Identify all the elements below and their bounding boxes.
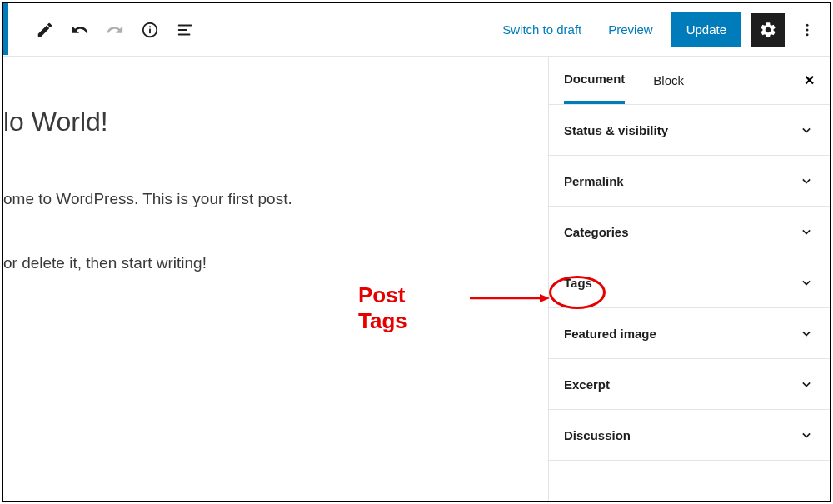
chevron-down-icon [798, 376, 815, 392]
panel-categories[interactable]: Categories [549, 207, 830, 257]
toolbar-left [13, 13, 202, 47]
sidebar-tabs: Document Block ✕ [549, 57, 830, 105]
toolbar: Switch to draft Preview Update [3, 3, 830, 57]
settings-icon[interactable] [751, 13, 785, 47]
panel-featured-image[interactable]: Featured image [549, 308, 830, 359]
content-area: lo World! ome to WordPress. This is your… [3, 57, 830, 501]
tab-document[interactable]: Document [564, 57, 625, 104]
chevron-down-icon [798, 122, 815, 138]
tab-block[interactable]: Block [653, 58, 684, 102]
preview-button[interactable]: Preview [600, 16, 661, 43]
outline-icon[interactable] [168, 13, 202, 47]
panel-title: Discussion [564, 428, 631, 442]
panel-title: Permalink [564, 174, 624, 188]
panel-title: Tags [564, 276, 592, 290]
update-button[interactable]: Update [671, 12, 741, 47]
editor[interactable]: lo World! ome to WordPress. This is your… [3, 57, 548, 501]
panel-title: Featured image [564, 327, 656, 341]
chevron-down-icon [798, 274, 815, 291]
chevron-down-icon [798, 223, 815, 240]
chevron-down-icon [798, 172, 815, 189]
editor-accent-edge [3, 3, 8, 55]
more-options-icon[interactable] [795, 13, 820, 47]
panel-title: Status & visibility [564, 123, 668, 137]
panel-discussion[interactable]: Discussion [549, 410, 830, 461]
panel-title: Excerpt [564, 377, 610, 392]
toolbar-right: Switch to draft Preview Update [494, 12, 820, 47]
svg-rect-2 [149, 28, 151, 33]
info-icon[interactable] [133, 13, 167, 47]
panel-permalink[interactable]: Permalink [549, 156, 830, 207]
svg-point-1 [149, 26, 151, 27]
post-paragraph[interactable]: or delete it, then start writing! [3, 252, 548, 276]
settings-sidebar: Document Block ✕ Status & visibility Per… [548, 57, 830, 501]
panel-status-visibility[interactable]: Status & visibility [549, 105, 830, 156]
chevron-down-icon [798, 427, 815, 443]
close-icon[interactable]: ✕ [804, 72, 815, 88]
panel-title: Categories [564, 225, 629, 239]
panel-tags[interactable]: Tags [549, 257, 830, 308]
chevron-down-icon [798, 325, 815, 342]
post-title[interactable]: lo World! [3, 107, 548, 137]
svg-point-3 [806, 23, 809, 26]
post-paragraph[interactable]: ome to WordPress. This is your first pos… [3, 187, 548, 212]
switch-to-draft-button[interactable]: Switch to draft [494, 16, 590, 43]
panel-excerpt[interactable]: Excerpt [549, 359, 830, 410]
svg-point-5 [806, 33, 809, 36]
edit-icon[interactable] [28, 13, 62, 47]
redo-icon[interactable] [98, 13, 132, 47]
svg-point-4 [806, 28, 809, 31]
undo-icon[interactable] [63, 13, 97, 47]
